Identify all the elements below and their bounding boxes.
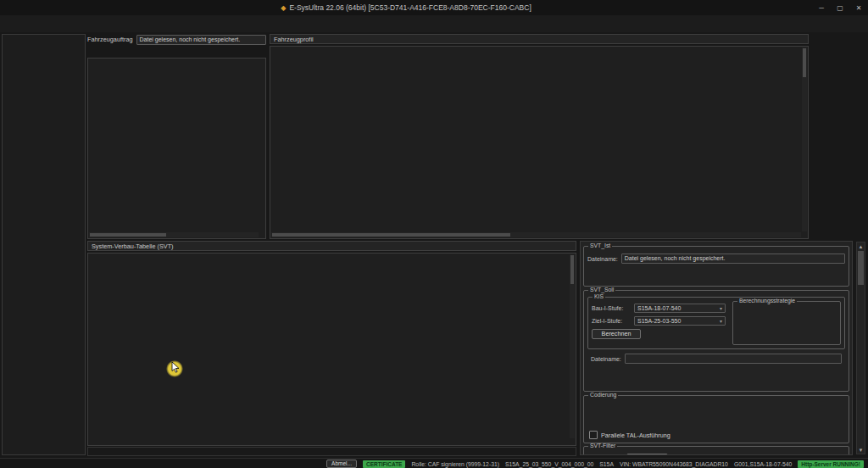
fahrzeugprofil-tree [270,46,809,239]
svt-reset-button[interactable]: SVT Reset [626,454,668,455]
codierung-group: Codierung Parallele TAL-Ausführung [583,395,849,443]
svt-soll-filename-input[interactable] [625,354,842,364]
codierung-row2 [584,416,849,426]
svt-legend [87,447,576,456]
sidebar [2,34,86,455]
fa-filename-input[interactable]: Datei gelesen, noch nicht gespeichert. [136,35,266,45]
series-status: S15A [599,461,614,467]
profil-vertical-scrollbar[interactable] [802,47,807,231]
scroll-thumb[interactable] [272,233,510,237]
ziel-i-stufe-select[interactable]: S15A-25-03-550 ▾ [634,316,726,326]
fa-header: Fahrzeugauftrag Datei gelesen, noch nich… [87,34,266,45]
svt-ist-filename-input[interactable]: Datei gelesen, noch nicht gespeichert. [621,254,845,264]
svt-filter-row: All ▾ SVT Reset [584,454,849,455]
e-sys-window: ◆ E-SysUltra 22.06 (64bit) [5C53-D741-A4… [0,0,868,468]
codierung-group-title: Codierung [588,393,618,398]
scroll-thumb[interactable] [570,255,574,284]
scroll-thumb[interactable] [803,48,806,77]
kis-left-column: Bau-I-Stufe: S15A-18-07-540 ▾ Ziel-I-Stu… [592,304,726,339]
window-title: E-SysUltra 22.06 (64bit) [5C53-D741-A416… [289,3,531,12]
svt-filter-select[interactable]: All ▾ [587,454,623,456]
certificate-badge: CERTIFICATE [363,460,406,468]
svt-soll-group-title: SVT_Soll [588,287,615,293]
fa-horizontal-scrollbar[interactable] [89,232,259,237]
svt-soll-extra-buttons [584,378,849,388]
vin-status: VIN: WBATR55090N443683_DIAGADR10 [620,461,728,467]
http-server-badge: Http-Server RUNNING! [798,460,864,468]
maximize-icon[interactable]: ▢ [831,4,849,12]
svt-ist-group-title: SVT_Ist [588,243,612,249]
istufe-status: S15A_25_03_550_V_004_000_00 [505,461,593,467]
toolbar [0,15,868,32]
fahrzeugprofil-title: Fahrzeugprofil [270,34,809,44]
minimize-icon[interactable]: ─ [812,4,831,12]
berechnungsstrategie-group: Berechnungsstrategie [732,301,841,345]
svt-soll-filename-label: Dateiname: [591,356,621,362]
svt-ist-filename-label: Dateiname: [587,256,618,262]
sidebar-bottom-buttons [3,452,85,454]
status-bar: Abmel... CERTIFICATE Rolle: CAF signiere… [0,458,868,468]
scroll-thumb[interactable] [858,251,864,285]
ziel-i-stufe-value: S15A-25-03-550 [637,318,681,324]
svt-ist-button-row [587,267,845,277]
parallele-tal-checkbox[interactable] [589,431,598,439]
ziel-i-stufe-row: Ziel-I-Stufe: S15A-25-03-550 ▾ [592,316,726,326]
svt-ist-group: SVT_Ist Dateiname: Datei gelesen, noch n… [583,246,849,287]
right-panel-scrollbar[interactable]: ▲ ▼ [856,242,865,454]
window-controls: ─ ▢ ✕ [812,4,868,12]
svt-tree [87,253,576,446]
profil-horizontal-scrollbar[interactable] [271,232,801,237]
kis-group-title: KIS [593,294,605,300]
sidebar-items [3,35,85,452]
scroll-thumb[interactable] [90,233,166,237]
bau-i-stufe-row: Bau-I-Stufe: S15A-18-07-540 ▾ [592,304,726,313]
bau-i-stufe-value: S15A-18-07-540 [637,305,681,311]
codierung-row1 [584,403,849,413]
svt-filter-group-title: SVT-Filter [588,443,617,449]
parallele-tal-row: Parallele TAL-Ausführung [584,431,849,439]
bau-i-stufe-label: Bau-I-Stufe: [592,305,631,311]
svt-filter-group: SVT-Filter All ▾ SVT Reset [583,446,849,455]
fa-tree [87,58,266,239]
svt-soll-button-row [587,365,845,376]
svt-ist-filename-row: Dateiname: Datei gelesen, noch nicht ges… [584,254,849,264]
berechnungsstrategie-title: Berechnungsstrategie [737,298,797,304]
svt-vertical-scrollbar[interactable] [570,254,575,438]
parallele-tal-label: Parallele TAL-Ausführung [601,432,670,439]
role-status: Rolle: CAF signieren (9999-12-31) [411,461,499,467]
window-title-wrap: ◆ E-SysUltra 22.06 (64bit) [5C53-D741-A4… [0,3,812,12]
svt-panel: System-Verbau-Tabelle (SVT) [87,241,576,456]
close-icon[interactable]: ✕ [849,4,868,12]
fa-button-row [87,47,266,57]
abmelden-button[interactable]: Abmel... [326,460,357,468]
app-icon: ◆ [281,4,286,12]
scroll-down-icon[interactable]: ▼ [857,446,865,454]
svt-soll-filename-row: Dateiname: [587,354,845,364]
svt-control-panel: SVT_Ist Dateiname: Datei gelesen, noch n… [580,241,853,455]
chevron-down-icon: ▾ [720,305,722,311]
title-bar: ◆ E-SysUltra 22.06 (64bit) [5C53-D741-A4… [0,0,868,16]
svt-title: System-Verbau-Tabelle (SVT) [87,241,576,251]
chevron-down-icon: ▾ [720,318,722,324]
ziel-i-stufe-label: Ziel-I-Stufe: [592,318,631,324]
fahrzeugauftrag-title: Fahrzeugauftrag [87,36,133,43]
kis-group: KIS Bau-I-Stufe: S15A-18-07-540 ▾ Ziel-I… [587,297,845,349]
fahrzeugprofil-panel: Fahrzeugprofil [270,34,809,239]
target-istufe-status: G001,S15A-18-07-540 [734,461,792,467]
fahrzeugauftrag-panel: Fahrzeugauftrag Datei gelesen, noch nich… [87,34,266,239]
berechnen-button[interactable]: Berechnen [592,329,641,339]
scroll-up-icon[interactable]: ▲ [857,242,865,250]
svt-soll-group: SVT_Soll KIS Bau-I-Stufe: S15A-18-07-540… [583,290,849,392]
bau-i-stufe-select[interactable]: S15A-18-07-540 ▾ [634,304,726,313]
